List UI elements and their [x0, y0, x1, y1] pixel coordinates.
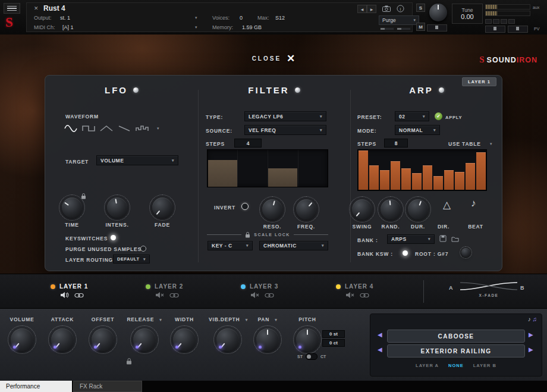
close-panel-button[interactable]: CLOSE ✕	[252, 52, 295, 65]
arp-velocity-table[interactable]	[357, 149, 487, 191]
mute-button[interactable]: M	[416, 23, 425, 31]
tune-knob[interactable]	[429, 4, 447, 21]
pitch-cents-value[interactable]: 0 ct	[322, 339, 345, 347]
selector-prev-icon[interactable]: ◀	[378, 346, 382, 353]
midi-channel-value[interactable]: [A] 1	[62, 24, 74, 30]
mini-fader[interactable]	[485, 26, 505, 33]
filter-steps-value[interactable]: 4	[234, 139, 262, 148]
square-wave-icon[interactable]	[82, 124, 95, 133]
direction-triangle-icon[interactable]: △	[443, 199, 451, 211]
prev-instrument-button[interactable]: ◀	[357, 5, 367, 13]
width-knob[interactable]	[173, 328, 196, 351]
selector-next-icon[interactable]: ▶	[529, 346, 533, 353]
purge-dropdown[interactable]: Purge ▾	[379, 15, 419, 25]
none-option[interactable]: NONE	[448, 363, 464, 368]
output-value[interactable]: st. 1	[60, 15, 70, 21]
link-icon[interactable]	[74, 293, 84, 298]
soundiron-badge-icon[interactable]: S	[5, 15, 13, 30]
vibdepth-knob-label[interactable]: VIB.DEPTH ▾	[209, 316, 247, 322]
mini-fader[interactable]	[427, 24, 447, 32]
volume-knob[interactable]	[11, 328, 33, 351]
offset-knob[interactable]	[92, 328, 114, 351]
filter-frequency-knob[interactable]	[296, 199, 316, 219]
speaker-muted-icon[interactable]	[345, 291, 354, 299]
aux-label[interactable]: aux	[533, 5, 539, 10]
filter-resonance-knob[interactable]	[262, 199, 282, 219]
articulation-selector-b[interactable]: EXTERIOR RAILING	[387, 344, 525, 357]
link-icon[interactable]	[265, 293, 274, 298]
lfo-fade-knob[interactable]	[152, 197, 172, 218]
selector-prev-icon[interactable]: ◀	[378, 331, 382, 338]
pitch-knob[interactable]	[296, 328, 319, 351]
mini-fader[interactable]	[508, 26, 528, 33]
root-note-knob[interactable]	[461, 248, 470, 257]
layer-2-button[interactable]: LAYER 2	[146, 274, 235, 309]
keyswitches-toggle[interactable]	[111, 235, 116, 240]
layer-a-option[interactable]: LAYER A	[416, 363, 439, 368]
hamburger-icon[interactable]	[4, 3, 20, 14]
arp-swing-knob[interactable]	[352, 199, 372, 219]
articulation-selector-a[interactable]: CABOOSE	[387, 330, 525, 343]
attack-knob[interactable]	[51, 328, 74, 351]
release-knob[interactable]	[133, 328, 156, 351]
link-icon[interactable]	[169, 293, 179, 298]
lfo-time-knob[interactable]	[62, 197, 82, 218]
random-wave-icon[interactable]	[136, 124, 149, 133]
arp-power-led[interactable]	[439, 87, 444, 93]
ct-label[interactable]: CT	[320, 355, 326, 359]
layer-4-button[interactable]: LAYER 4	[336, 274, 425, 309]
arp-preset-dropdown[interactable]: 02 ▾	[395, 111, 429, 121]
output-router-icon[interactable]	[508, 19, 515, 24]
max-voices-value[interactable]: S12	[275, 15, 285, 21]
waveform-more-icon[interactable]: ▾	[157, 126, 159, 131]
target-dropdown[interactable]: VOLUME ▾	[96, 155, 178, 165]
filter-power-led[interactable]	[295, 87, 300, 93]
use-table-chevron-icon[interactable]: ▾	[490, 142, 492, 146]
filter-type-dropdown[interactable]: LEGACY LP6 ▾	[244, 111, 326, 121]
tune-value[interactable]: 0.00	[461, 13, 473, 20]
filter-source-dropdown[interactable]: VEL FREQ ▾	[244, 125, 326, 135]
lfo-power-led[interactable]	[133, 87, 139, 93]
tab-fx-rack[interactable]: FX Rack	[73, 381, 142, 392]
pan-knob-label[interactable]: PAN ▾	[249, 316, 287, 322]
xfade-curve[interactable]	[459, 281, 518, 291]
bank-ksw-toggle[interactable]	[403, 250, 408, 256]
note-double-icon[interactable]: ♫	[533, 316, 537, 322]
scale-type-dropdown[interactable]: CHROMATIC ▾	[259, 241, 328, 250]
close-instrument-icon[interactable]: ✕	[34, 5, 39, 11]
output-router-icon[interactable]	[493, 19, 499, 24]
solo-button[interactable]: S	[416, 4, 425, 12]
pitch-semitones-value[interactable]: 0 st	[322, 330, 345, 338]
next-instrument-button[interactable]: ▶	[367, 5, 376, 13]
ramp-wave-icon[interactable]	[118, 124, 131, 133]
beat-note-icon[interactable]: ♪	[471, 197, 476, 209]
note-icon[interactable]: ♪	[528, 316, 531, 322]
selector-next-icon[interactable]: ▶	[529, 331, 533, 338]
snapshot-camera-icon[interactable]	[382, 5, 391, 12]
use-table-label[interactable]: USE TABLE	[448, 141, 481, 147]
lfo-intensity-knob[interactable]	[107, 197, 127, 218]
layer-b-option[interactable]: LAYER B	[473, 363, 496, 368]
output-dropdown-icon[interactable]: ▾	[195, 15, 197, 20]
output-router-icon[interactable]	[501, 19, 507, 24]
layer-3-button[interactable]: LAYER 3	[241, 274, 330, 309]
release-knob-label[interactable]: RELEASE ▾	[125, 316, 164, 322]
filter-step-table[interactable]	[207, 149, 328, 187]
arp-steps-value[interactable]: 8	[384, 139, 408, 148]
info-icon[interactable]: i	[397, 5, 404, 12]
link-icon[interactable]	[360, 293, 369, 298]
midi-dropdown-icon[interactable]: ▾	[195, 25, 197, 30]
apply-check-button[interactable]: ✓	[435, 112, 442, 120]
bank-dropdown[interactable]: ARPS ▾	[387, 234, 435, 244]
speaker-on-icon[interactable]	[60, 291, 69, 299]
apply-label[interactable]: APPLY	[445, 115, 462, 120]
st-ct-toggle[interactable]	[306, 353, 317, 360]
load-bank-folder-icon[interactable]	[451, 236, 459, 242]
purge-unused-toggle[interactable]	[140, 246, 146, 252]
save-bank-icon[interactable]	[439, 235, 447, 242]
layer-routing-dropdown[interactable]: DEFAULT ▾	[113, 255, 150, 264]
pan-knob[interactable]	[256, 328, 279, 351]
speaker-muted-icon[interactable]	[250, 291, 259, 299]
speaker-muted-icon[interactable]	[155, 291, 164, 299]
tab-performance[interactable]: Performance	[0, 381, 72, 392]
